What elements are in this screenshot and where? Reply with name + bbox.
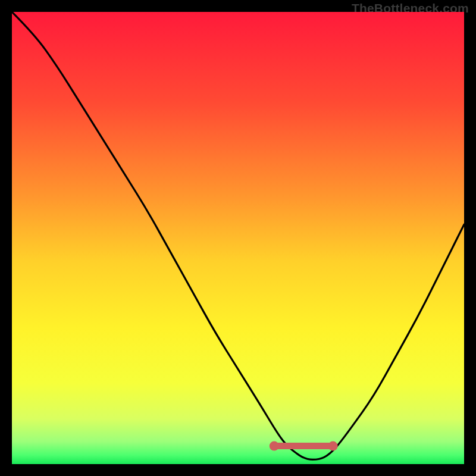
gradient-background bbox=[12, 12, 464, 464]
svg-point-1 bbox=[270, 441, 279, 451]
chart-frame: TheBottleneck.com bbox=[0, 0, 476, 476]
bottleneck-plot bbox=[12, 12, 464, 464]
svg-point-2 bbox=[328, 441, 338, 451]
